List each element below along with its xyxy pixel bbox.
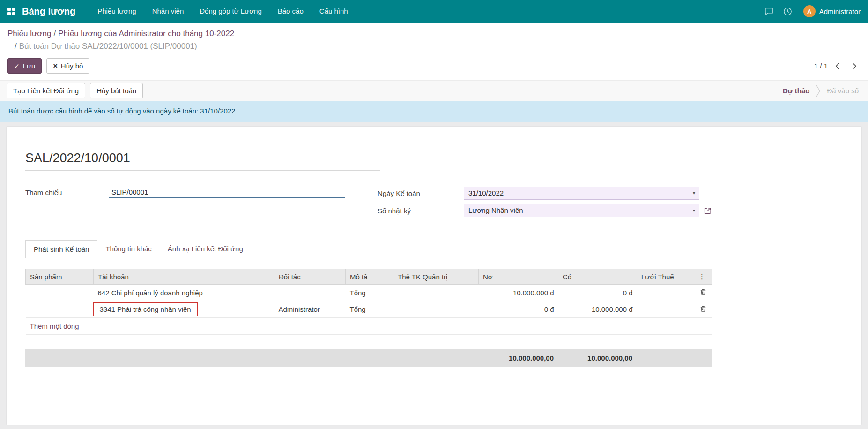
cell-debit[interactable]: 10.000.000 đ <box>479 285 558 301</box>
cell-analytic[interactable] <box>393 285 479 301</box>
control-panel: Phiếu lương/Phiếu lương của Administrato… <box>0 23 868 80</box>
record-title: SAL/2022/10/0001 <box>25 151 380 166</box>
menu-item-nhan-vien[interactable]: Nhân viên <box>144 0 192 23</box>
reference-input[interactable] <box>109 187 345 198</box>
apps-grid-icon[interactable] <box>7 8 15 15</box>
discard-button-label: Hủy bỏ <box>61 62 83 70</box>
tab-phat-sinh-ke-toan[interactable]: Phát sinh Kế toán <box>25 240 97 258</box>
total-debit: 10.000.000,00 <box>478 349 558 367</box>
activities-clock-icon[interactable] <box>780 3 796 19</box>
action-bar: Tạo Liên kết Đối ứng Hủy bút toán Dự thả… <box>0 80 868 101</box>
table-row: 3341 Phải trả công nhân viên Administrat… <box>26 301 712 318</box>
journal-items-table: Sản phẩm Tài khoản Đối tác Mô tả Thẻ TK … <box>25 269 712 335</box>
info-banner-text: Bút toán được cấu hình để vào sổ tự động… <box>8 107 237 115</box>
cell-product[interactable] <box>26 301 94 318</box>
journal-value: Lương Nhân viên <box>468 206 523 214</box>
save-button[interactable]: ✓ Lưu <box>7 58 42 74</box>
pager-next-icon[interactable] <box>852 62 857 70</box>
breadcrumb-current: /Bút toán Dự thảo SAL/2022/10/0001 (SLIP… <box>7 41 861 52</box>
create-counterpart-button[interactable]: Tạo Liên kết Đối ứng <box>7 83 85 98</box>
breadcrumb-link-payslip[interactable]: Phiếu lương của Administrator cho tháng … <box>58 29 234 38</box>
discard-button[interactable]: × Hủy bỏ <box>46 58 89 74</box>
tab-anh-xa-lien-ket-doi-ung[interactable]: Ánh xạ Liên kết Đối ứng <box>160 240 251 258</box>
form-fields: Tham chiếu Ngày Kế toán 31/10/2022 ▾ Sổ … <box>25 187 717 221</box>
app-name[interactable]: Bảng lương <box>22 6 75 17</box>
menu-item-phieu-luong[interactable]: Phiếu lương <box>89 0 144 23</box>
header-tai-khoan[interactable]: Tài khoản <box>94 269 274 285</box>
chevron-down-icon: ▾ <box>693 190 695 196</box>
main-menu: Phiếu lương Nhân viên Đóng góp từ Lương … <box>89 0 356 23</box>
breadcrumb-current-label: Bút toán Dự thảo SAL/2022/10/0001 (SLIP/… <box>19 42 197 51</box>
menu-item-cau-hinh[interactable]: Cấu hình <box>312 0 356 23</box>
cancel-entry-label: Hủy bút toán <box>96 87 136 95</box>
header-mo-ta[interactable]: Mô tả <box>346 269 393 285</box>
delete-row-icon[interactable] <box>700 288 706 295</box>
header-no[interactable]: Nợ <box>479 269 558 285</box>
add-line-link[interactable]: Thêm một dòng <box>26 318 712 335</box>
journal-field[interactable]: Lương Nhân viên ▾ <box>464 204 699 217</box>
total-credit: 10.000.000,00 <box>558 349 637 367</box>
cell-partner[interactable] <box>274 285 346 301</box>
add-line-row: Thêm một dòng <box>26 318 712 335</box>
status-step-posted[interactable]: Đã vào sổ <box>827 87 859 95</box>
optional-columns-icon[interactable]: ⋮ <box>694 269 712 285</box>
accounting-date-label: Ngày Kế toán <box>378 189 464 197</box>
cell-credit[interactable]: 10.000.000 đ <box>558 301 637 318</box>
record-title-wrap: SAL/2022/10/0001 <box>25 151 380 171</box>
external-link-icon[interactable] <box>704 207 712 215</box>
cell-account[interactable]: 642 Chi phí quản lý doanh nghiệp <box>94 285 274 301</box>
tab-thong-tin-khac[interactable]: Thông tin khác <box>97 240 159 258</box>
nav-right: A Administrator <box>761 3 861 19</box>
pager-value: 1 / 1 <box>814 62 828 70</box>
messages-icon[interactable] <box>761 3 777 19</box>
avatar: A <box>803 5 816 17</box>
statusbar: Dự thảo Đã vào sổ <box>783 85 861 97</box>
totals-row: 10.000.000,00 10.000.000,00 <box>25 349 712 367</box>
cell-description[interactable]: Tổng <box>346 285 393 301</box>
header-luoi-thue[interactable]: Lưới Thuế <box>637 269 694 285</box>
cell-credit[interactable]: 0 đ <box>558 285 637 301</box>
account-value: 3341 Phải trả công nhân viên <box>100 305 191 313</box>
reference-label: Tham chiếu <box>25 188 109 196</box>
user-menu[interactable]: A Administrator <box>799 5 861 17</box>
accounting-date-field[interactable]: 31/10/2022 ▾ <box>464 187 699 200</box>
user-name: Administrator <box>819 8 861 15</box>
table-header-row: Sản phẩm Tài khoản Đối tác Mô tả Thẻ TK … <box>26 269 712 285</box>
notebook-tabs: Phát sinh Kế toán Thông tin khác Ánh xạ … <box>25 240 717 258</box>
page-background: SAL/2022/10/0001 Tham chiếu Ngày Kế toán… <box>0 122 868 429</box>
breadcrumb-separator: / <box>12 42 19 51</box>
status-step-draft[interactable]: Dự thảo <box>783 87 810 95</box>
form-sheet: SAL/2022/10/0001 Tham chiếu Ngày Kế toán… <box>7 127 861 425</box>
chevron-down-icon: ▾ <box>693 208 695 213</box>
delete-row-icon[interactable] <box>700 305 706 312</box>
cell-description[interactable]: Tổng <box>346 301 393 318</box>
check-icon: ✓ <box>14 63 20 69</box>
header-the-tk-quan-tri[interactable]: Thẻ TK Quản trị <box>393 269 479 285</box>
cell-partner[interactable]: Administrator <box>274 301 346 318</box>
cell-account[interactable]: 3341 Phải trả công nhân viên <box>94 301 274 318</box>
cell-debit[interactable]: 0 đ <box>479 301 558 318</box>
breadcrumb: Phiếu lương/Phiếu lương của Administrato… <box>7 28 861 39</box>
table-row: 642 Chi phí quản lý doanh nghiệp Tổng 10… <box>26 285 712 301</box>
header-san-pham[interactable]: Sản phẩm <box>26 269 94 285</box>
create-counterpart-label: Tạo Liên kết Đối ứng <box>13 87 79 95</box>
pager-previous-icon[interactable] <box>835 62 840 70</box>
accounting-date-value: 31/10/2022 <box>468 189 504 197</box>
cancel-entry-button[interactable]: Hủy bút toán <box>90 83 143 98</box>
control-panel-buttons: ✓ Lưu × Hủy bỏ 1 / 1 <box>7 58 861 74</box>
menu-item-bao-cao[interactable]: Báo cáo <box>270 0 312 23</box>
status-chevron-icon <box>816 85 820 97</box>
cell-product[interactable] <box>26 285 94 301</box>
journal-label: Sổ nhật ký <box>378 207 464 215</box>
menu-item-dong-gop-tu-luong[interactable]: Đóng góp từ Lương <box>192 0 270 23</box>
cell-analytic[interactable] <box>393 301 479 318</box>
breadcrumb-separator: / <box>51 29 58 38</box>
annotation-highlight-box: 3341 Phải trả công nhân viên <box>93 302 198 316</box>
top-navbar: Bảng lương Phiếu lương Nhân viên Đóng gó… <box>0 0 868 23</box>
breadcrumb-link-phieu-luong[interactable]: Phiếu lương <box>7 29 51 38</box>
header-doi-tac[interactable]: Đối tác <box>274 269 346 285</box>
header-co[interactable]: Có <box>558 269 637 285</box>
cell-tax-grid[interactable] <box>637 301 694 318</box>
cell-tax-grid[interactable] <box>637 285 694 301</box>
info-banner: Bút toán được cấu hình để vào sổ tự động… <box>0 101 868 122</box>
